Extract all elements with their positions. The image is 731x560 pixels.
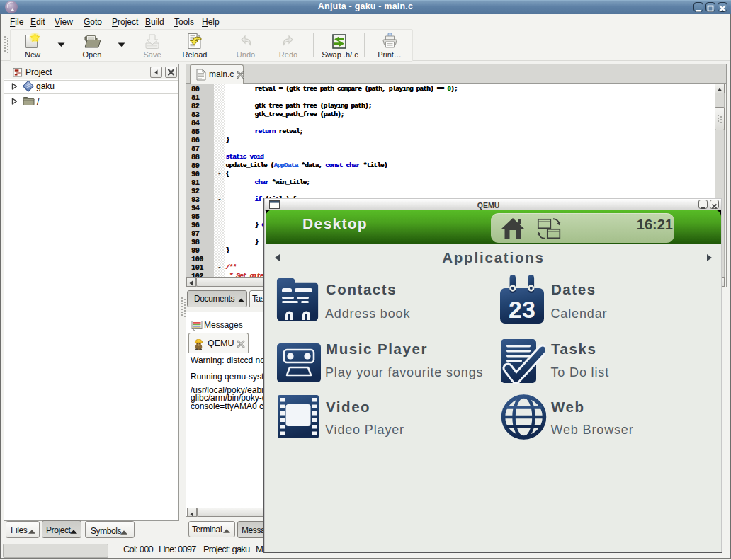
svg-text:23: 23 <box>509 296 536 323</box>
